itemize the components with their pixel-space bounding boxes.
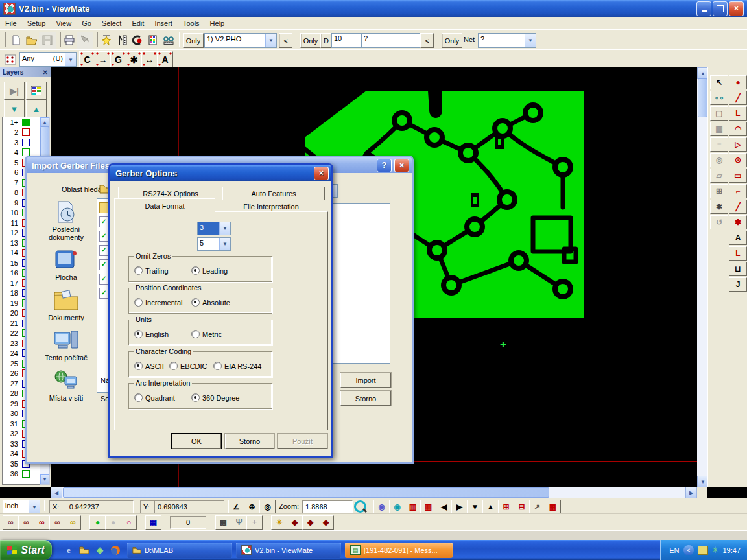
layer-step-back-button[interactable]: < (279, 33, 292, 48)
unit-combobox[interactable]: inch ▼ (3, 500, 40, 514)
radio-icon[interactable] (191, 266, 200, 275)
gerber-file-icon[interactable] (99, 216, 109, 228)
pad-mode-2-button[interactable]: ◆ (302, 515, 318, 530)
place-network[interactable]: Místa v síti (38, 369, 94, 402)
radio-icon[interactable] (134, 298, 143, 307)
radio-icon[interactable] (134, 330, 143, 338)
add-corner2-tool[interactable]: ⌐ (729, 184, 747, 198)
view-balls-tool[interactable]: ∘∘ (710, 91, 728, 105)
radio-metric[interactable]: Metric (191, 330, 222, 338)
measure-button[interactable]: ↗ (529, 500, 545, 514)
lines-tool[interactable]: ≡ (710, 137, 728, 152)
highlight-off-bulb[interactable]: ● (105, 515, 121, 530)
view-dots-glasses-button[interactable]: ∞ (3, 515, 19, 530)
layer-color-swatch[interactable] (22, 470, 30, 478)
only-layer-button[interactable]: Only (183, 33, 204, 48)
tray-clipboard-icon[interactable] (698, 546, 708, 555)
radio-leading[interactable]: Leading (191, 266, 228, 275)
canvas-horizontal-scrollbar[interactable]: ◀ ▶ (51, 487, 697, 498)
radio-icon[interactable] (213, 362, 222, 370)
highlight-on-bulb[interactable]: ● (89, 515, 106, 530)
only-dcode-button[interactable]: Only (300, 33, 321, 48)
tray-app-icon[interactable]: ✳ (712, 545, 719, 555)
layer-move-up-button[interactable]: ▲ (26, 100, 47, 118)
dcode-step-back-button[interactable]: < (420, 33, 434, 48)
add-slash-tool[interactable]: ╱ (729, 200, 747, 214)
pad-grid-tool[interactable]: ⊞ (710, 184, 728, 198)
menu-edit[interactable]: Edit (126, 18, 149, 29)
radio-english[interactable]: English (134, 330, 169, 338)
move-anchor-button[interactable]: + (246, 515, 263, 530)
dialog-help-button[interactable]: ? (377, 159, 392, 172)
place-documents[interactable]: Dokumenty (38, 288, 94, 321)
chevron-down-icon[interactable]: ▼ (525, 34, 536, 47)
radio-icon[interactable] (134, 393, 143, 402)
outline-tool[interactable]: ⊔ (729, 262, 747, 276)
zoom-magnifier-icon[interactable] (353, 500, 368, 513)
relative-origin-button[interactable]: ◎ (259, 500, 276, 514)
anchor-button[interactable]: Ψ (231, 515, 247, 530)
radio-quadrant[interactable]: Quadrant (134, 393, 175, 402)
pan-left-button[interactable]: ◀ (436, 500, 452, 514)
flash-mode-button[interactable]: ✳ (271, 515, 287, 530)
restore-button[interactable] (713, 1, 728, 16)
gerber-file-icon[interactable] (99, 274, 109, 285)
measure-glasses-button[interactable] (160, 32, 177, 49)
radio-trailing[interactable]: Trailing (134, 266, 169, 275)
radio-icon[interactable] (191, 393, 200, 402)
taskbar-task-viewmate[interactable]: V2.bin - ViewMate (236, 542, 341, 558)
grid-snap-button[interactable]: ⊞ (498, 500, 514, 514)
dcode-value-input[interactable]: 10 (331, 33, 364, 48)
radio-icon[interactable] (134, 362, 143, 370)
minimize-button[interactable] (696, 1, 711, 16)
add-triangle-tool[interactable]: ▷ (729, 137, 747, 152)
pan-up-button[interactable]: ▲ (482, 500, 499, 514)
layer-row[interactable]: 3 (3, 137, 40, 148)
chevron-down-icon[interactable]: ▼ (219, 222, 230, 235)
context-help-button[interactable]: ? (77, 32, 93, 49)
close-button[interactable]: × (729, 1, 744, 16)
radio-360-degree[interactable]: 360 Degree (191, 393, 240, 402)
gerber-file-icon[interactable] (99, 288, 109, 299)
radio-incremental[interactable]: Incremental (134, 298, 182, 307)
only-net-button[interactable]: Only (442, 33, 462, 48)
cancel-button[interactable]: Storno (225, 434, 274, 449)
place-my-computer[interactable]: Tento počítač (38, 329, 94, 362)
menu-select[interactable]: Select (97, 18, 127, 29)
layer-color-swatch[interactable] (22, 128, 30, 136)
zoom-window-button[interactable]: ◉ (374, 500, 390, 514)
layer-table-button[interactable] (26, 82, 47, 100)
chevron-down-icon[interactable]: ▼ (65, 53, 76, 66)
view-highlight-glasses-button[interactable]: ∞ (65, 515, 81, 530)
layer-row[interactable]: 2 (3, 128, 40, 138)
layer-color-swatch[interactable] (22, 119, 30, 126)
view-pads-glasses-button[interactable]: ∞ (34, 515, 50, 530)
open-file-button[interactable] (23, 32, 40, 49)
firefox-icon[interactable] (110, 544, 121, 556)
toolbar-grip[interactable] (3, 32, 6, 47)
quicklaunch-app-icon[interactable]: ◈ (94, 544, 106, 556)
marquee-tool[interactable]: ▢ (710, 106, 728, 121)
highlight-pick-bulb[interactable]: ○ (121, 515, 137, 530)
radio-eia-rs244[interactable]: EIA RS-244 (213, 362, 261, 370)
import-button[interactable]: Import (340, 373, 391, 388)
folder-icon[interactable] (99, 202, 109, 213)
add-trace-tool[interactable]: ╱ (729, 91, 747, 105)
pan-down-button[interactable]: ▼ (467, 500, 483, 514)
settings-tool[interactable]: ✱ (710, 200, 728, 214)
aperture-tool-button[interactable] (113, 32, 130, 49)
add-flash-tool[interactable]: ● (729, 75, 747, 89)
radio-icon[interactable] (191, 298, 200, 307)
scroll-left-icon[interactable]: ◀ (51, 487, 62, 498)
layer-move-down-button[interactable]: ▼ (4, 100, 25, 118)
layer-row[interactable]: 36 (3, 469, 40, 480)
chevron-down-icon[interactable]: ▼ (219, 238, 230, 250)
tray-collapse-icon[interactable]: < (683, 545, 694, 555)
layer-row[interactable]: 1+ (3, 117, 40, 128)
language-indicator[interactable]: EN (669, 546, 679, 554)
jlead-tool[interactable]: J (729, 277, 747, 292)
import-cancel-button[interactable]: Storno (340, 391, 391, 406)
menu-setup[interactable]: Setup (22, 18, 51, 29)
grid-toggle-button[interactable]: ▦ (420, 500, 436, 514)
place-recent-documents[interactable]: Poslední dokumenty (38, 200, 94, 241)
